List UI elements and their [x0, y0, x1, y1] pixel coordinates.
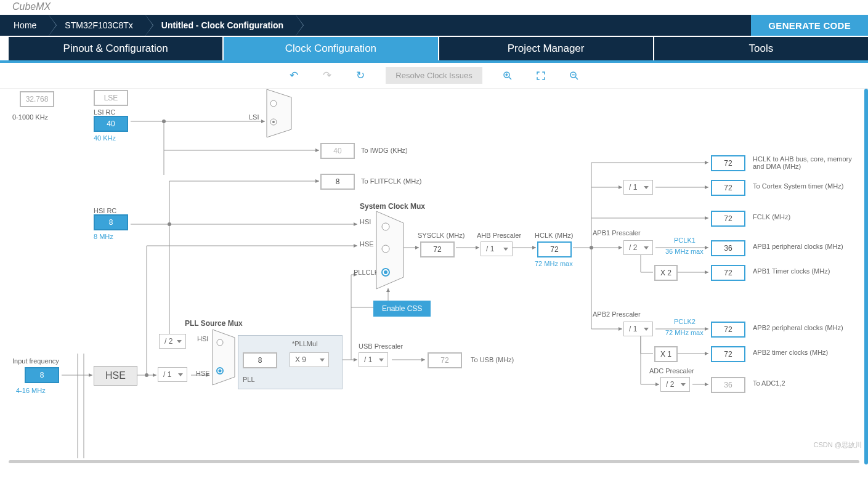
usb-val-box: 72 — [428, 352, 462, 368]
svg-point-9 — [272, 121, 275, 123]
breadcrumb-chip[interactable]: STM32F103C8Tx — [49, 15, 145, 36]
sysmux-hse: HSE — [360, 240, 374, 248]
redo-icon: ↷ — [319, 69, 335, 82]
scrollbar-vertical[interactable] — [864, 89, 868, 464]
fullscreen-icon[interactable] — [533, 70, 549, 82]
input-frequency-label: Input frequency — [12, 357, 59, 365]
tab-clock[interactable]: Clock Configuration — [224, 37, 437, 60]
usb-label: To USB (MHz) — [471, 356, 514, 363]
hclk-val-box[interactable]: 72 — [537, 241, 572, 257]
clock-diagram[interactable]: 32.768 0-1000 KHz LSI RC 40 40 KHz LSE L… — [0, 89, 868, 464]
zoom-out-icon[interactable] — [566, 70, 582, 82]
apb1-tim-mul-box: X 2 — [654, 265, 678, 281]
pll-input-box: 8 — [243, 352, 277, 368]
tab-tools[interactable]: Tools — [654, 37, 868, 60]
adc-prescaler-select[interactable]: / 2 — [660, 377, 690, 392]
svg-point-18 — [219, 370, 222, 373]
svg-point-4 — [145, 373, 148, 377]
apb2-peri-box: 72 — [711, 322, 745, 338]
lse-box: LSE — [94, 90, 128, 106]
flit-label: To FLITFCLK (MHz) — [361, 177, 421, 185]
pll-label: PLL — [243, 376, 255, 383]
input-frequency-box[interactable]: 8 — [25, 367, 59, 383]
undo-icon[interactable]: ↶ — [286, 69, 302, 82]
svg-marker-10 — [376, 211, 404, 289]
apb1-prescaler-select[interactable]: / 2 — [623, 240, 653, 255]
flit-val-box: 8 — [320, 174, 355, 190]
tab-project[interactable]: Project Manager — [439, 37, 653, 60]
ahb-label: AHB Prescaler — [477, 232, 521, 239]
lsi-label: LSI — [249, 113, 259, 121]
svg-point-12 — [382, 245, 389, 253]
lsi-val-box: 40 — [94, 116, 128, 132]
ahb-prescaler-select[interactable]: / 1 — [481, 241, 513, 256]
pclk1-max: 36 MHz max — [665, 248, 704, 255]
hse-block: HSE — [94, 366, 137, 386]
out-cortex-box: 72 — [711, 180, 745, 196]
hsi-val-box: 8 — [94, 214, 128, 230]
sysmux-title: System Clock Mux — [360, 202, 425, 211]
svg-marker-15 — [213, 330, 235, 385]
usb-prescaler-select[interactable]: / 1 — [359, 352, 388, 367]
hclk-label: HCLK (MHz) — [535, 232, 573, 239]
apb1-peri-label: APB1 peripheral clocks (MHz) — [753, 243, 843, 250]
sysclk-val-box[interactable]: 72 — [420, 241, 455, 257]
apb1-peri-box: 36 — [711, 240, 745, 256]
sysclk-label: SYSCLK (MHz) — [418, 232, 464, 239]
breadcrumb-current[interactable]: Untitled - Clock Configuration — [145, 15, 296, 36]
watermark: CSDN @思故川 — [814, 440, 862, 450]
iwdg-val-box: 40 — [320, 143, 355, 159]
resolve-clock-button: Resolve Clock Issues — [386, 67, 482, 84]
enable-css-button[interactable]: Enable CSS — [373, 301, 431, 317]
breadcrumb-home[interactable]: Home — [0, 15, 49, 36]
sysmux-hsi: HSI — [360, 218, 371, 225]
tab-pinout[interactable]: Pinout & Configuration — [9, 37, 222, 60]
pllmux-hsi: HSI — [197, 335, 208, 342]
hclk-max: 72 MHz max — [535, 260, 573, 267]
apb2-tim-mul-box: X 1 — [654, 346, 678, 362]
apb2-tim-label: APB2 timer clocks (MHz) — [753, 349, 828, 356]
out-fclk-box: 72 — [711, 211, 745, 227]
refresh-icon[interactable]: ↻ — [352, 69, 368, 82]
zoom-in-icon[interactable] — [500, 70, 516, 82]
sysmux-pllclk: PLLCLK — [354, 269, 379, 276]
rtc-mux[interactable] — [266, 89, 292, 138]
adc-val-box: 36 — [711, 377, 745, 393]
pllmux-hse: HSE — [196, 370, 210, 377]
pllmul-title: *PLLMul — [292, 340, 318, 347]
svg-point-2 — [162, 120, 166, 123]
lsi-rc-title: LSI RC — [94, 108, 115, 116]
pclk2-label: PCLK2 — [674, 318, 696, 325]
lsi-sub: 40 KHz — [94, 134, 116, 142]
cortex-div-select[interactable]: / 1 — [623, 180, 653, 195]
svg-point-14 — [384, 270, 387, 274]
generate-code-button[interactable]: GENERATE CODE — [751, 15, 868, 36]
svg-point-16 — [217, 339, 223, 346]
toolbar: ↶ ↷ ↻ Resolve Clock Issues — [0, 63, 868, 89]
adc-label: To ADC1,2 — [753, 379, 785, 387]
apb1-tim-label: APB1 Timer clocks (MHz) — [753, 267, 830, 275]
pllmul-select[interactable]: X 9 — [290, 352, 329, 367]
pll-source-mux[interactable] — [212, 329, 235, 386]
tab-bar: Pinout & Configuration Clock Configurati… — [0, 36, 868, 63]
svg-point-11 — [382, 223, 389, 230]
pclk2-max: 72 MHz max — [665, 329, 704, 336]
pllmux-title: PLL Source Mux — [185, 319, 243, 328]
range-khz: 0-1000 KHz — [12, 113, 48, 121]
hsi-rc-title: HSI RC — [94, 207, 116, 214]
apb1-title: APB1 Prescaler — [593, 229, 641, 237]
apb1-tim-box: 72 — [711, 265, 745, 281]
usb-prescaler-title: USB Prescaler — [359, 342, 403, 350]
hsi-div2-select[interactable]: / 2 — [159, 334, 186, 349]
iwdg-label: To IWDG (KHz) — [361, 147, 408, 154]
apb2-prescaler-select[interactable]: / 1 — [623, 322, 653, 336]
svg-point-5 — [590, 246, 593, 249]
system-clock-mux[interactable] — [376, 211, 404, 290]
scrollbar-horizontal[interactable] — [9, 460, 859, 463]
hse-div-select[interactable]: / 1 — [158, 367, 187, 382]
svg-marker-6 — [267, 89, 291, 137]
out-hclk-label: HCLK to AHB bus, core, memory and DMA (M… — [753, 155, 864, 170]
svg-point-7 — [270, 100, 277, 107]
apb2-peri-label: APB2 peripheral clocks (MHz) — [753, 324, 843, 331]
lse-val-box: 32.768 — [20, 91, 54, 107]
